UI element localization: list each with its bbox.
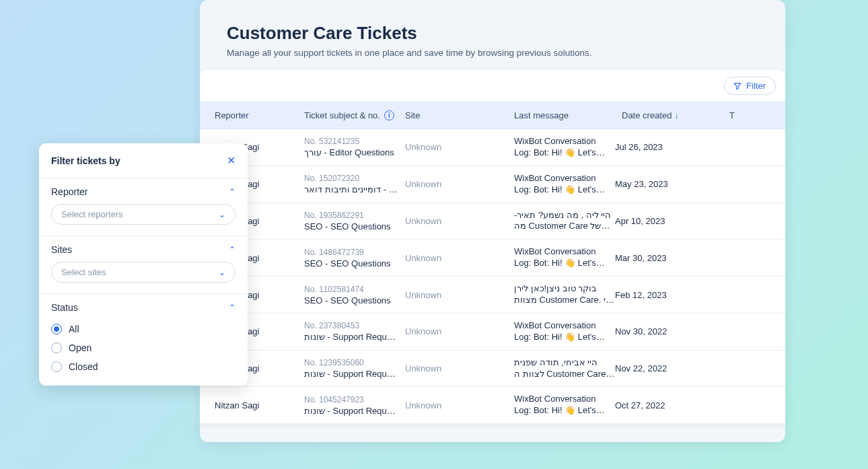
site-cell: Unknown	[405, 290, 514, 300]
filter-sites-label: Sites	[51, 244, 72, 255]
subject-cell: No. 1935862291SEO - SEO Questions	[304, 211, 405, 231]
status-radio-group: AllOpenClosed	[51, 320, 236, 376]
filter-section-sites: Sites ⌃ Select sites ⌄	[39, 236, 248, 291]
table-row[interactable]: Nitzan SagiNo. 1102581474SEO - SEO Quest…	[200, 277, 785, 314]
site-cell: Unknown	[405, 363, 514, 373]
info-icon[interactable]: i	[384, 110, 394, 120]
last-message-cell: WixBot Conversation Log: Bot: Hi! 👋 Let'…	[514, 320, 615, 343]
reporter-cell: Nitzan Sagi	[200, 400, 304, 410]
sites-select[interactable]: Select sites ⌄	[51, 262, 236, 283]
filter-button-label: Filter	[746, 81, 766, 91]
site-cell: Unknown	[405, 179, 514, 189]
column-t[interactable]: T	[729, 110, 785, 120]
filter-button[interactable]: Filter	[724, 77, 776, 95]
site-cell: Unknown	[405, 326, 514, 336]
date-cell: Nov 30, 2022	[615, 326, 723, 336]
status-option-closed[interactable]: Closed	[51, 357, 236, 376]
filter-sites-head[interactable]: Sites ⌃	[51, 244, 236, 255]
filter-reporter-head[interactable]: Reporter ⌃	[51, 186, 236, 197]
panel-header: Customer Care Tickets Manage all your su…	[200, 16, 785, 70]
subject-cell: No. 152072320דומיינים ותיבות דואר - Do…	[304, 174, 405, 194]
last-message-cell: WixBot Conversation Log: Bot: Hi! 👋 Let'…	[514, 173, 615, 196]
ticket-subject: שונות - Support Request	[304, 406, 398, 416]
date-cell: Apr 10, 2023	[615, 216, 723, 226]
table-row[interactable]: Nitzan SagiNo. 1045247923שונות - Support…	[200, 387, 785, 424]
last-message-cell: בוקר טוב ניצן!כאן לירן מצוות Customer Ca…	[514, 283, 615, 306]
column-subject[interactable]: Ticket subject & no. i	[304, 110, 405, 120]
column-subject-label: Ticket subject & no.	[304, 110, 380, 120]
radio-icon	[51, 324, 62, 334]
chevron-up-icon: ⌃	[229, 187, 236, 196]
subject-cell: No. 1239535060שונות - Support Request	[304, 358, 405, 379]
last-message-cell: -היי ליה , מה נשמע? תאיר מה Customer Car…	[514, 210, 615, 233]
site-cell: Unknown	[405, 253, 514, 263]
date-cell: Oct 27, 2022	[615, 400, 723, 410]
filter-popup-header: Filter tickets by ✕	[39, 143, 248, 178]
filter-popup-title: Filter tickets by	[51, 155, 120, 166]
tickets-table-card: Filter Reporter Ticket subject & no. i S…	[200, 70, 785, 424]
chevron-up-icon: ⌃	[229, 303, 236, 312]
status-option-open[interactable]: Open	[51, 338, 236, 357]
status-option-label: Open	[69, 342, 92, 353]
filter-reporter-label: Reporter	[51, 186, 87, 197]
subject-cell: No. 532141235עורך - Editor Questions	[304, 137, 405, 157]
tickets-panel: Customer Care Tickets Manage all your su…	[200, 0, 785, 442]
subject-cell: No. 237380453שונות - Support Request	[304, 321, 405, 342]
last-message-cell: WixBot Conversation Log: Bot: Hi! 👋 Let'…	[514, 246, 615, 269]
date-cell: Jul 26, 2023	[615, 142, 723, 152]
sites-select-placeholder: Select sites	[61, 267, 106, 277]
table-row[interactable]: Nitzan SagiNo. 1935862291SEO - SEO Quest…	[200, 203, 785, 240]
ticket-number: No. 237380453	[304, 321, 405, 330]
close-icon[interactable]: ✕	[227, 154, 236, 167]
reporter-select[interactable]: Select reporters ⌄	[51, 204, 236, 225]
ticket-number: No. 1102581474	[304, 285, 405, 294]
site-cell: Unknown	[405, 400, 514, 410]
table-row[interactable]: Nitzan SagiNo. 152072320דומיינים ותיבות …	[200, 166, 785, 203]
ticket-number: No. 1486472739	[304, 248, 405, 257]
filter-status-head[interactable]: Status ⌃	[51, 302, 236, 313]
column-date-created[interactable]: Date created ↓	[622, 110, 729, 120]
table-row[interactable]: Nitzan SagiNo. 237380453שונות - Support …	[200, 314, 785, 351]
site-cell: Unknown	[405, 216, 514, 226]
column-last-message[interactable]: Last message	[514, 110, 622, 120]
filter-section-reporter: Reporter ⌃ Select reporters ⌄	[39, 178, 248, 233]
filter-section-status: Status ⌃ AllOpenClosed	[39, 294, 248, 386]
status-option-label: All	[69, 324, 79, 334]
date-cell: Feb 12, 2023	[615, 290, 723, 300]
table-toolbar: Filter	[200, 70, 785, 102]
chevron-down-icon: ⌄	[219, 210, 225, 219]
column-site[interactable]: Site	[405, 110, 514, 120]
last-message-cell: היי אביחי, תודה שפנית לצוות ה Customer C…	[514, 357, 615, 380]
sort-arrow-down-icon: ↓	[674, 111, 678, 120]
ticket-subject: שונות - Support Request	[304, 369, 398, 379]
chevron-down-icon: ⌄	[219, 268, 225, 277]
ticket-subject: עורך - Editor Questions	[304, 147, 398, 157]
date-cell: Mar 30, 2023	[615, 253, 723, 263]
table-row[interactable]: Nitzan SagiNo. 532141235עורך - Editor Qu…	[200, 129, 785, 166]
radio-icon	[51, 342, 62, 353]
radio-icon	[51, 361, 62, 372]
column-reporter[interactable]: Reporter	[200, 110, 304, 120]
filter-icon	[733, 81, 742, 91]
date-cell: May 23, 2023	[615, 179, 723, 189]
status-option-all[interactable]: All	[51, 320, 236, 338]
ticket-subject: שונות - Support Request	[304, 332, 398, 342]
ticket-number: No. 1239535060	[304, 358, 405, 367]
ticket-subject: דומיינים ותיבות דואר - Do…	[304, 184, 398, 194]
last-message-cell: WixBot Conversation Log: Bot: Hi! 👋 Let'…	[514, 136, 615, 159]
ticket-number: No. 152072320	[304, 174, 405, 183]
status-option-label: Closed	[69, 361, 98, 372]
ticket-number: No. 1935862291	[304, 211, 405, 220]
subject-cell: No. 1045247923שונות - Support Request	[304, 395, 405, 416]
table-row[interactable]: Nitzan SagiNo. 1239535060שונות - Support…	[200, 351, 785, 388]
filter-status-label: Status	[51, 302, 78, 313]
chevron-up-icon: ⌃	[229, 245, 236, 254]
page-title: Customer Care Tickets	[227, 23, 758, 44]
table-body: Nitzan SagiNo. 532141235עורך - Editor Qu…	[200, 129, 785, 424]
filter-popup: Filter tickets by ✕ Reporter ⌃ Select re…	[39, 143, 248, 386]
table-row[interactable]: Nitzan SagiNo. 1486472739SEO - SEO Quest…	[200, 240, 785, 277]
ticket-subject: SEO - SEO Questions	[304, 221, 398, 231]
ticket-subject: SEO - SEO Questions	[304, 258, 398, 268]
table-header-row: Reporter Ticket subject & no. i Site Las…	[200, 102, 785, 129]
reporter-select-placeholder: Select reporters	[61, 209, 123, 219]
